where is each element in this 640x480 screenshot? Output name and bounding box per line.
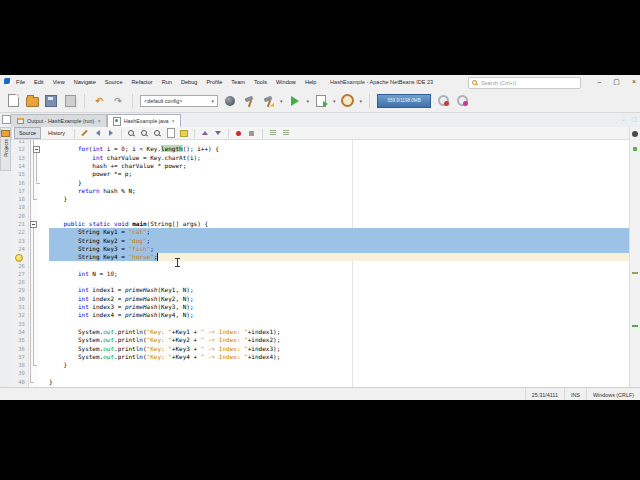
code-line-22[interactable]: String Key1 = "cat"; — [49, 228, 640, 236]
code-line-25[interactable]: String Key4 = "horse"; — [49, 253, 640, 261]
code-line-23[interactable]: String Key2 = "dog"; — [49, 237, 640, 245]
code-text-area[interactable]: for(int i = 0; i < Key.length(); i++) { … — [49, 140, 640, 387]
close-tab-icon[interactable]: × — [97, 118, 100, 124]
chevron-down-icon[interactable]: ▾ — [307, 98, 310, 104]
code-line-37[interactable]: System.out.println("Key: "+Key4 + " -> I… — [49, 353, 640, 361]
menu-item-window[interactable]: Window — [276, 79, 296, 85]
line-number: 29 — [18, 286, 25, 294]
maximize-button[interactable]: ▢ — [613, 75, 620, 89]
find-next-button[interactable] — [140, 128, 150, 138]
menu-item-edit[interactable]: Edit — [34, 79, 44, 85]
vcs-button-1[interactable] — [436, 94, 450, 108]
code-line-27[interactable]: int N = 10; — [49, 270, 640, 278]
code-line-34[interactable]: System.out.println("Key: "+Key1 + " -> I… — [49, 328, 640, 336]
uncomment-button[interactable] — [281, 128, 291, 138]
line-ending-indicator[interactable]: Windows (CRLF) — [593, 392, 634, 398]
code-line-18[interactable]: } — [49, 195, 640, 203]
menu-item-navigate[interactable]: Navigate — [74, 79, 96, 85]
menu-item-help[interactable]: Help — [305, 79, 317, 85]
code-line-20[interactable] — [49, 212, 640, 220]
menu-item-team[interactable]: Team — [231, 79, 245, 85]
last-edit-button[interactable] — [80, 128, 90, 138]
save-all-button[interactable] — [44, 94, 58, 108]
code-line-39[interactable] — [49, 369, 640, 377]
tab-hashexample-java[interactable]: HashExample.java × — [107, 114, 181, 127]
code-line-32[interactable]: int index4 = primeHash(Key4, N); — [49, 311, 640, 319]
code-line-12[interactable]: for(int i = 0; i < Key.length(); i++) { — [49, 145, 640, 153]
start-macro-button[interactable] — [234, 128, 244, 138]
open-project-button[interactable] — [25, 94, 39, 108]
code-line-13[interactable]: int charValue = Key.charAt(i); — [49, 154, 640, 162]
menu-item-source[interactable]: Source — [105, 79, 123, 85]
restore-group-button[interactable] — [2, 115, 11, 124]
code-line-15[interactable]: power *= p; — [49, 170, 640, 178]
menu-item-debug[interactable]: Debug — [181, 79, 197, 85]
code-line-16[interactable]: } — [49, 179, 640, 187]
menu-item-profile[interactable]: Profile — [206, 79, 222, 85]
next-occurrence-button[interactable] — [213, 128, 223, 138]
profile-project-button[interactable] — [341, 94, 355, 108]
find-previous-button[interactable] — [153, 128, 163, 138]
code-editor[interactable]: 1112131415161718192021222324262728293031… — [11, 140, 640, 387]
video-frame: FileEditViewNavigateSourceRefactorRunDeb… — [0, 0, 640, 480]
build-project-button[interactable] — [242, 94, 256, 108]
menu-item-view[interactable]: View — [53, 79, 65, 85]
maximize-editor-icon[interactable]: ▢ — [631, 115, 637, 122]
menu-item-refactor[interactable]: Refactor — [132, 79, 153, 85]
code-line-26[interactable] — [49, 262, 640, 270]
vcs-button-2[interactable] — [455, 94, 469, 108]
deploy-button[interactable] — [223, 94, 237, 108]
fold-toggle-icon[interactable] — [33, 146, 40, 153]
menu-item-tools[interactable]: Tools — [254, 79, 267, 85]
chevron-down-icon[interactable]: ▾ — [280, 98, 283, 104]
minimize-button[interactable]: – — [597, 75, 601, 89]
stripe-mark[interactable] — [632, 272, 638, 274]
code-line-35[interactable]: System.out.println("Key: "+Key2 + " -> I… — [49, 336, 640, 344]
tab-list-chevron-icon[interactable]: ⌄ — [621, 115, 626, 122]
run-project-button[interactable] — [288, 94, 302, 108]
menu-item-file[interactable]: File — [16, 79, 25, 85]
code-line-30[interactable]: int index2 = primeHash(Key2, N); — [49, 295, 640, 303]
fold-toggle-icon[interactable] — [30, 221, 37, 228]
code-line-36[interactable]: System.out.println("Key: "+Key3 + " -> I… — [49, 345, 640, 353]
tab-output[interactable]: Output - HashExample (run) × — [11, 114, 107, 127]
code-line-14[interactable]: hash += charValue * power; — [49, 162, 640, 170]
source-view-button[interactable]: Source — [14, 127, 41, 139]
stripe-mark[interactable] — [632, 325, 638, 327]
code-line-29[interactable]: int index1 = primeHash(Key1, N); — [49, 286, 640, 294]
clean-build-button[interactable] — [261, 94, 275, 108]
code-line-17[interactable]: return hash % N; — [49, 187, 640, 195]
code-fold-column[interactable] — [29, 140, 39, 387]
error-badge-icon[interactable] — [632, 131, 638, 137]
config-select[interactable]: <default config> ▾ — [140, 95, 218, 107]
chevron-down-icon[interactable]: ▾ — [360, 98, 363, 104]
insert-mode-indicator[interactable]: INS — [571, 392, 580, 398]
netbeans-logo-icon — [4, 78, 12, 86]
comment-button[interactable] — [268, 128, 278, 138]
toggle-highlight-button[interactable] — [179, 128, 189, 138]
undo-button[interactable]: ↶ — [92, 94, 106, 108]
menu-item-run[interactable]: Run — [162, 79, 172, 85]
close-tab-icon[interactable]: × — [172, 118, 175, 124]
search-input[interactable]: Search (Ctrl+I) — [468, 77, 581, 89]
stop-macro-button[interactable] — [247, 128, 257, 138]
close-button[interactable]: × — [632, 75, 636, 89]
select-in-projects-button[interactable] — [166, 128, 176, 138]
back-button[interactable] — [93, 128, 103, 138]
copy-files-button[interactable] — [63, 94, 77, 108]
history-view-button[interactable]: History — [44, 128, 69, 138]
memory-indicator[interactable]: 559.9/1198.0MB — [377, 94, 431, 108]
code-line-40[interactable]: } — [49, 378, 640, 386]
debug-project-button[interactable] — [314, 94, 328, 108]
find-selection-button[interactable] — [127, 128, 137, 138]
code-line-38[interactable]: } — [49, 361, 640, 369]
code-line-24[interactable]: String Key3 = "fish"; — [49, 245, 640, 253]
forward-button[interactable] — [106, 128, 116, 138]
previous-occurrence-button[interactable] — [200, 128, 210, 138]
code-line-19[interactable] — [49, 203, 640, 211]
redo-button[interactable]: ↷ — [111, 94, 125, 108]
chevron-down-icon[interactable]: ▾ — [333, 98, 336, 104]
code-line-33[interactable] — [49, 320, 640, 328]
sidebar-item-projects[interactable]: Projects — [0, 127, 11, 171]
new-file-button[interactable] — [6, 94, 20, 108]
